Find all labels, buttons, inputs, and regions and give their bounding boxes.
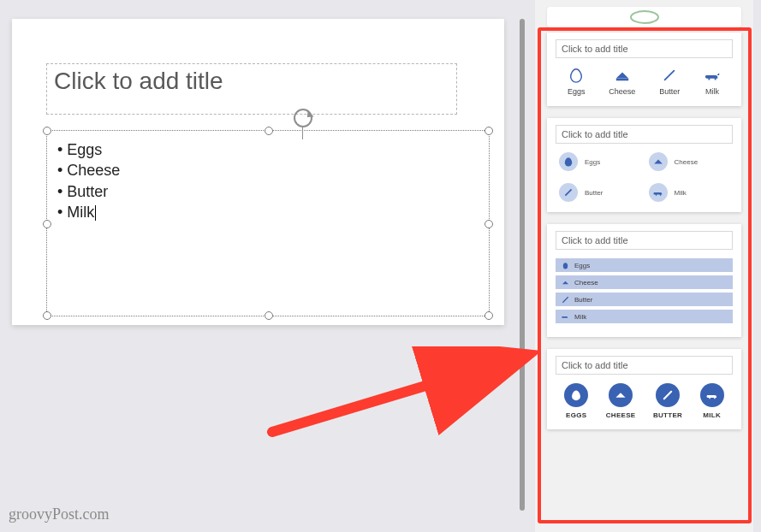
- slide-canvas[interactable]: Click to add title Eggs Cheese Butter Mi…: [12, 19, 504, 325]
- resize-handle-s[interactable]: [265, 311, 273, 320]
- design-thumb-1[interactable]: Click to add title Eggs Cheese Butter Mi…: [547, 33, 741, 106]
- thumb4-label: MILK: [703, 411, 721, 419]
- resize-handle-ne[interactable]: [485, 127, 493, 135]
- content-placeholder[interactable]: Eggs Cheese Butter Milk: [46, 130, 490, 316]
- thumb4-item: CHEESE: [606, 383, 636, 419]
- design-ideas-panel: Click to add title Eggs Cheese Butter Mi…: [535, 0, 753, 532]
- thumb4-item: EGGS: [564, 383, 588, 419]
- text-cursor: [95, 205, 96, 221]
- thumb1-item: Cheese: [609, 67, 635, 96]
- thumb1-item: Eggs: [568, 67, 586, 96]
- svg-line-5: [562, 297, 568, 302]
- butter-icon: [561, 295, 569, 304]
- cheese-icon: [614, 67, 631, 84]
- design-thumb-4[interactable]: Click to add title EGGS CHEESE BUTTER MI…: [547, 349, 741, 429]
- thumb-title-placeholder: Click to add title: [556, 125, 733, 144]
- bullet-text: Butter: [67, 183, 108, 200]
- design-thumb-3[interactable]: Click to add title Eggs Cheese Butter Mi…: [547, 224, 741, 337]
- thumb4-item: MILK: [700, 383, 724, 419]
- thumb2-label: Cheese: [675, 158, 699, 166]
- resize-handle-e[interactable]: [485, 220, 493, 228]
- rotate-stem: [302, 127, 303, 139]
- watermark-text: groovyPost.com: [9, 505, 110, 523]
- design-thumb-2[interactable]: Click to add title Eggs Cheese Butter Mi…: [547, 118, 741, 212]
- egg-icon: [564, 383, 588, 407]
- thumb3-label: Butter: [574, 296, 592, 304]
- title-placeholder[interactable]: Click to add title: [46, 63, 457, 115]
- thumb1-item: Butter: [659, 67, 680, 96]
- thumb3-bar: Milk: [556, 310, 733, 323]
- svg-line-6: [664, 392, 671, 399]
- thumb4-label: CHEESE: [606, 411, 636, 419]
- svg-line-7: [272, 357, 522, 432]
- resize-handle-sw[interactable]: [43, 311, 51, 320]
- resize-handle-se[interactable]: [485, 311, 493, 320]
- thumb3-bar: Cheese: [556, 275, 733, 289]
- thumb2-item: Butter: [559, 183, 640, 202]
- thumb2-label: Milk: [675, 189, 687, 197]
- resize-handle-n[interactable]: [265, 127, 273, 135]
- svg-line-3: [565, 189, 571, 195]
- thumb3-label: Cheese: [574, 279, 598, 287]
- egg-icon: [568, 67, 585, 84]
- thumb1-item: Milk: [704, 67, 721, 96]
- svg-point-0: [631, 11, 658, 23]
- egg-icon: [559, 152, 578, 171]
- resize-handle-w[interactable]: [43, 220, 51, 228]
- thumb3-label: Milk: [574, 313, 586, 321]
- thumb2-label: Eggs: [585, 158, 600, 166]
- svg-point-4: [562, 263, 567, 269]
- bullet-text: Cheese: [67, 162, 120, 179]
- thumb4-label: BUTTER: [653, 411, 682, 419]
- bullet-item[interactable]: Eggs: [57, 139, 479, 160]
- egg-icon: [561, 261, 569, 269]
- annotation-arrow-icon: [265, 346, 539, 440]
- thumb2-item: Cheese: [649, 152, 730, 171]
- rotate-handle-icon[interactable]: [294, 109, 312, 127]
- thumb2-label: Butter: [585, 189, 603, 197]
- cow-icon: [561, 312, 569, 321]
- thumb4-label: EGGS: [566, 411, 586, 419]
- panel-scrollbar[interactable]: [520, 19, 525, 511]
- thumb4-item: BUTTER: [653, 383, 682, 419]
- bullet-item[interactable]: Cheese: [57, 160, 479, 180]
- thumb3-label: Eggs: [574, 262, 590, 269]
- thumb-title-placeholder: Click to add title: [556, 39, 733, 58]
- resize-handle-nw[interactable]: [43, 127, 51, 135]
- title-placeholder-text: Click to add title: [54, 68, 223, 95]
- thumb-title-placeholder: Click to add title: [556, 356, 733, 375]
- cow-icon: [649, 183, 668, 202]
- cow-icon: [704, 67, 721, 84]
- cow-icon: [700, 383, 724, 407]
- svg-rect-1: [616, 79, 628, 81]
- thumb-title-placeholder: Click to add title: [556, 231, 733, 250]
- thumb2-item: Milk: [649, 183, 730, 202]
- thumb1-label: Butter: [659, 87, 680, 96]
- butter-icon: [559, 183, 578, 202]
- butter-icon: [656, 383, 680, 407]
- thumb1-label: Eggs: [568, 87, 586, 96]
- thumb3-bar: Butter: [556, 293, 733, 306]
- bullet-text: Milk: [67, 204, 94, 221]
- thumb2-item: Eggs: [559, 152, 640, 171]
- cheese-icon: [609, 383, 633, 407]
- bullet-text: Eggs: [67, 141, 102, 158]
- design-thumb-partial[interactable]: [547, 7, 741, 27]
- thumb1-label: Cheese: [609, 87, 635, 96]
- thumb3-bar: Eggs: [556, 258, 733, 272]
- bullet-item[interactable]: Butter: [57, 181, 479, 202]
- svg-line-2: [665, 71, 675, 80]
- thumb1-label: Milk: [705, 87, 719, 96]
- cheese-icon: [561, 278, 569, 287]
- bullet-item[interactable]: Milk: [57, 202, 479, 222]
- cheese-icon: [649, 152, 668, 171]
- butter-icon: [661, 67, 678, 84]
